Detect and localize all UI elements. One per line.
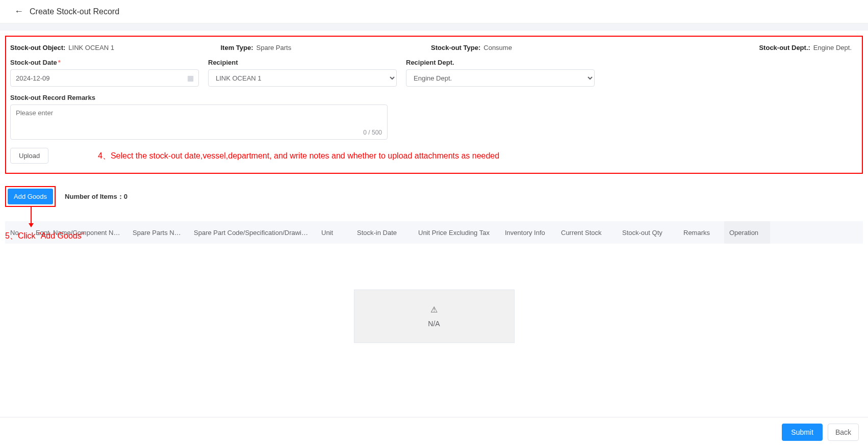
char-count: 0 / 500 <box>363 129 382 136</box>
upload-button[interactable]: Upload <box>10 148 48 164</box>
item-type-block: Item Type: Spare Parts <box>221 44 431 51</box>
form-panel: Stock-out Object: LINK OCEAN 1 Item Type… <box>5 36 863 174</box>
annotation-step5: 5、Click "Add Goods" <box>5 231 84 242</box>
back-arrow-icon[interactable]: ← <box>14 6 23 17</box>
recipient-field-col: Recipient LINK OCEAN 1 <box>208 59 397 87</box>
items-count-label: Number of Items： <box>65 193 124 200</box>
stockout-dept-label: Stock-out Dept.: <box>759 44 810 51</box>
th-stockin-date: Stock-in Date <box>352 229 413 236</box>
stockout-type-value: Consume <box>483 44 512 51</box>
items-count-value: 0 <box>124 193 127 200</box>
recipient-label: Recipient <box>208 59 397 66</box>
remarks-textarea[interactable] <box>16 109 382 126</box>
recipient-select[interactable]: LINK OCEAN 1 <box>208 69 397 87</box>
th-stockout-qty: Stock-out Qty <box>617 229 678 236</box>
content-area: Stock-out Object: LINK OCEAN 1 Item Type… <box>0 31 868 389</box>
th-unit-price: Unit Price Excluding Tax <box>413 229 500 236</box>
recipient-dept-field-col: Recipient Dept. Engine Dept. <box>406 59 595 87</box>
th-spare-name: Spare Parts Name <box>127 229 189 236</box>
add-goods-button[interactable]: Add Goods <box>8 189 53 204</box>
remarks-label: Stock-out Record Remarks <box>10 94 858 101</box>
stockout-date-input[interactable] <box>10 69 199 87</box>
stockout-object-block: Stock-out Object: LINK OCEAN 1 <box>10 44 221 51</box>
th-operation: Operation <box>724 221 770 244</box>
separator-bar <box>0 23 868 31</box>
page-title: Create Stock-out Record <box>30 7 119 16</box>
th-current-stock: Current Stock <box>556 229 617 236</box>
required-star: * <box>58 59 61 66</box>
top-bar: ← Create Stock-out Record <box>0 0 868 23</box>
remarks-section: Stock-out Record Remarks 0 / 500 <box>10 94 858 140</box>
items-count: Number of Items：0 <box>65 192 127 201</box>
stockout-object-value: LINK OCEAN 1 <box>68 44 114 51</box>
annotation-step4: 4、Select the stock-out date,vessel,depar… <box>98 151 499 162</box>
add-goods-highlight: Add Goods <box>5 186 56 207</box>
th-unit: Unit <box>316 229 352 236</box>
table-header-row: No. Eqpt. Name/Component Name Spare Part… <box>5 221 863 244</box>
date-field-col: Stock-out Date* ▦ <box>10 59 199 87</box>
stockout-dept-block: Stock-out Dept.: Engine Dept. <box>642 44 858 51</box>
date-input-wrap: ▦ <box>10 69 199 87</box>
empty-state: ⚠ N/A <box>354 290 515 343</box>
th-spare-code: Spare Part Code/Specification/Drawing … <box>189 229 316 236</box>
stockout-object-label: Stock-out Object: <box>10 44 65 51</box>
empty-text: N/A <box>428 320 440 328</box>
stockout-dept-value: Engine Dept. <box>813 44 852 51</box>
date-label-text: Stock-out Date <box>10 59 57 66</box>
warning-icon: ⚠ <box>430 305 438 314</box>
item-type-label: Item Type: <box>221 44 253 51</box>
recipient-dept-select[interactable]: Engine Dept. <box>406 69 595 87</box>
remarks-wrap: 0 / 500 <box>10 104 388 140</box>
goods-header: Add Goods Number of Items：0 5、Click "Add… <box>5 186 863 207</box>
date-label: Stock-out Date* <box>10 59 199 66</box>
recipient-dept-label: Recipient Dept. <box>406 59 595 66</box>
th-remarks: Remarks <box>678 229 724 236</box>
info-row: Stock-out Object: LINK OCEAN 1 Item Type… <box>10 44 858 51</box>
annotation-arrow-icon <box>31 206 32 227</box>
item-type-value: Spare Parts <box>257 44 292 51</box>
stockout-type-block: Stock-out Type: Consume <box>431 44 642 51</box>
field-row: Stock-out Date* ▦ Recipient LINK OCEAN 1… <box>10 59 858 87</box>
stockout-type-label: Stock-out Type: <box>431 44 480 51</box>
th-inventory: Inventory Info <box>500 229 556 236</box>
